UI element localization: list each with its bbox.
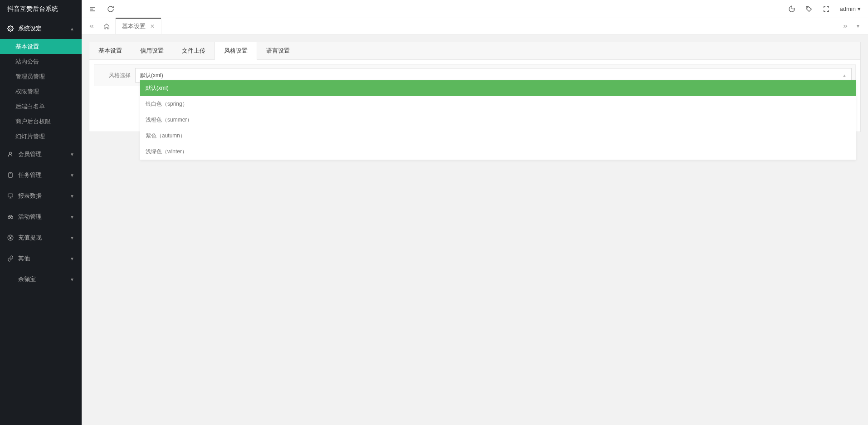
tab-label: 基本设置	[122, 22, 146, 30]
collapse-sidebar-button[interactable]	[89, 5, 96, 13]
chevron-down-icon: ▼	[70, 235, 74, 240]
sidebar-item-label: 权限管理	[15, 88, 39, 96]
style-select-label: 风格选择	[94, 72, 135, 79]
tabs-menu[interactable]: ▼	[852, 24, 864, 29]
menu-group-label: 任务管理	[18, 171, 42, 179]
panel-tab-language[interactable]: 语言设置	[257, 42, 299, 59]
tab-close-icon[interactable]: ✕	[150, 23, 155, 29]
menu-group-report[interactable]: 报表数据 ▼	[0, 186, 82, 206]
sidebar-menu: 系统设定 ▲ 基本设置 站内公告 管理员管理 权限管理 后端白名单 商户后台权限…	[0, 18, 82, 290]
svg-point-7	[807, 7, 808, 8]
style-option-summer[interactable]: 浅橙色（summer）	[140, 112, 856, 128]
caret-up-icon: ▲	[842, 73, 847, 78]
sidebar-item-basic-settings[interactable]: 基本设置	[0, 39, 82, 54]
style-select-value: 默认(xml)	[140, 72, 163, 79]
panel-tab-upload[interactable]: 文件上传	[173, 42, 215, 59]
menu-group-label: 充值提现	[18, 234, 42, 242]
chevron-up-icon: ▲	[70, 26, 74, 31]
svg-rect-2	[9, 173, 12, 178]
chevron-down-icon: ▼	[70, 277, 74, 282]
menu-group-label: 余额宝	[18, 275, 36, 283]
chevron-down-icon: ▼	[70, 194, 74, 199]
topbar: admin ▾	[82, 0, 868, 18]
option-label: 默认(xml)	[146, 85, 169, 91]
option-label: 浅绿色（winter）	[146, 148, 187, 155]
menu-group-other[interactable]: 其他 ▼	[0, 248, 82, 269]
style-dropdown: 默认(xml) 银白色（spring） 浅橙色（summer） 紫色（autum…	[140, 80, 856, 160]
sidebar-item-label: 幻灯片管理	[15, 132, 45, 141]
menu-group-label: 报表数据	[18, 192, 42, 200]
sidebar-item-backend-whitelist[interactable]: 后端白名单	[0, 99, 82, 114]
clipboard-icon	[7, 172, 14, 178]
svg-point-0	[10, 28, 11, 29]
panel-tab-credit[interactable]: 信用设置	[131, 42, 173, 59]
menu-group-label: 系统设定	[18, 24, 42, 33]
sidebar-item-label: 商户后台权限	[15, 117, 51, 126]
tabs-scroll-left[interactable]	[85, 18, 98, 34]
style-option-spring[interactable]: 银白色（spring）	[140, 96, 856, 112]
style-option-autumn[interactable]: 紫色（autumn）	[140, 128, 856, 144]
svg-point-4	[8, 216, 10, 219]
panel-tab-label: 文件上传	[182, 47, 205, 54]
sidebar-item-merchant-permission[interactable]: 商户后台权限	[0, 114, 82, 129]
sidebar-item-label: 站内公告	[15, 58, 39, 66]
panel-tabs: 基本设置 信用设置 文件上传 风格设置 语言设置	[89, 42, 860, 60]
brand-title: 抖音互赞后台系统	[0, 0, 82, 18]
chevron-down-icon: ▼	[70, 152, 74, 157]
menu-group-recharge[interactable]: 充值提现 ▼	[0, 227, 82, 248]
binoculars-icon	[7, 214, 14, 220]
panel-tab-basic[interactable]: 基本设置	[89, 42, 131, 59]
user-name: admin	[840, 5, 856, 12]
menu-group-balance[interactable]: 余额宝 ▼	[0, 269, 82, 290]
style-option-default[interactable]: 默认(xml)	[140, 80, 856, 96]
menu-group-system-settings[interactable]: 系统设定 ▲	[0, 18, 82, 39]
sidebar-item-site-announcement[interactable]: 站内公告	[0, 54, 82, 69]
theme-icon[interactable]	[788, 5, 795, 13]
tab-basic-settings[interactable]: 基本设置 ✕	[115, 18, 161, 34]
tag-icon[interactable]	[805, 5, 813, 13]
sidebar: 抖音互赞后台系统 系统设定 ▲ 基本设置 站内公告 管理员管理	[0, 0, 82, 425]
panel-tab-label: 信用设置	[140, 47, 164, 54]
user-icon	[7, 151, 14, 157]
fullscreen-icon[interactable]	[823, 5, 830, 13]
panel-tab-label: 基本设置	[98, 47, 122, 54]
menu-group-member[interactable]: 会员管理 ▼	[0, 144, 82, 165]
svg-point-5	[11, 216, 13, 219]
sidebar-item-label: 管理员管理	[15, 73, 45, 81]
caret-down-icon: ▾	[858, 5, 861, 12]
content-area: 基本设置 信用设置 文件上传 风格设置 语言设置 风格选择 默认(xml) ▲	[82, 34, 868, 425]
blank-icon	[7, 276, 14, 283]
tabs-scroll-right[interactable]	[839, 23, 852, 29]
yen-icon	[7, 234, 14, 241]
monitor-icon	[7, 193, 14, 199]
gear-icon	[7, 25, 14, 32]
main-area: admin ▾ 基本设置 ✕ ▼	[82, 0, 868, 425]
panel-tab-style[interactable]: 风格设置	[215, 42, 257, 60]
refresh-button[interactable]	[107, 5, 114, 13]
link-icon	[7, 255, 14, 262]
sidebar-item-label: 后端白名单	[15, 103, 45, 111]
sidebar-item-permission-management[interactable]: 权限管理	[0, 84, 82, 99]
menu-group-task[interactable]: 任务管理 ▼	[0, 165, 82, 186]
svg-point-1	[10, 152, 12, 154]
chevron-down-icon: ▼	[70, 173, 74, 178]
menu-group-label: 会员管理	[18, 150, 42, 158]
option-label: 紫色（autumn）	[146, 132, 185, 139]
menu-group-activity[interactable]: 活动管理 ▼	[0, 206, 82, 227]
sidebar-item-label: 基本设置	[15, 43, 39, 51]
panel-tab-label: 风格设置	[224, 47, 248, 54]
user-menu[interactable]: admin ▾	[840, 5, 861, 12]
option-label: 浅橙色（summer）	[146, 117, 192, 123]
panel-tab-label: 语言设置	[266, 47, 290, 54]
menu-group-label: 活动管理	[18, 213, 42, 221]
tabs-bar: 基本设置 ✕ ▼	[82, 18, 868, 34]
sidebar-item-admin-management[interactable]: 管理员管理	[0, 69, 82, 84]
menu-group-label: 其他	[18, 254, 30, 263]
sidebar-item-slideshow-management[interactable]: 幻灯片管理	[0, 129, 82, 144]
svg-rect-3	[8, 194, 13, 197]
chevron-down-icon: ▼	[70, 215, 74, 220]
tab-home[interactable]	[98, 18, 115, 34]
option-label: 银白色（spring）	[146, 101, 188, 107]
chevron-down-icon: ▼	[70, 256, 74, 261]
style-option-winter[interactable]: 浅绿色（winter）	[140, 144, 856, 160]
